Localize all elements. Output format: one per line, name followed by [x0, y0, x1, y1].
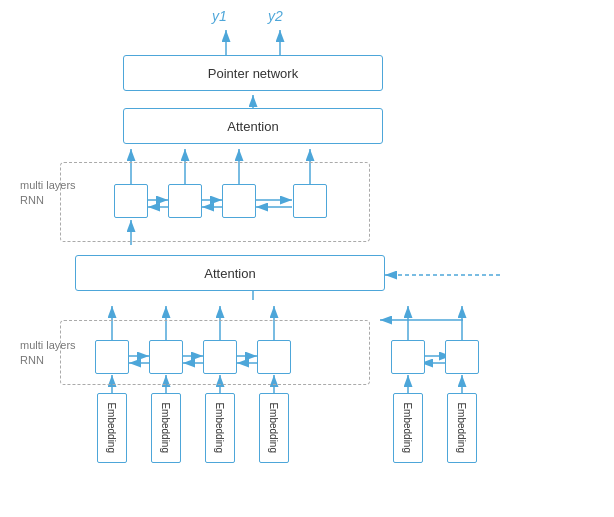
- decoder-box-2: [168, 184, 202, 218]
- architecture-diagram: y1 y2 Pointer network Attention multi la…: [0, 0, 614, 517]
- embedding-2: Embedding: [151, 393, 181, 463]
- decoder-box-3: [222, 184, 256, 218]
- decoder-box-1: [114, 184, 148, 218]
- multi-layers-rnn-top-label: multi layers RNN: [20, 178, 76, 209]
- y2-label: y2: [268, 8, 283, 24]
- encoder-box-3: [203, 340, 237, 374]
- embedding-6: Embedding: [447, 393, 477, 463]
- encoder-box-5: [391, 340, 425, 374]
- y1-label: y1: [212, 8, 227, 24]
- encoder-box-2: [149, 340, 183, 374]
- multi-layers-rnn-bottom-label: multi layers RNN: [20, 338, 76, 369]
- attention-bottom-box: Attention: [75, 255, 385, 291]
- embedding-4: Embedding: [259, 393, 289, 463]
- encoder-box-4: [257, 340, 291, 374]
- embedding-1: Embedding: [97, 393, 127, 463]
- pointer-network-box: Pointer network: [123, 55, 383, 91]
- decoder-box-4: [293, 184, 327, 218]
- embedding-5: Embedding: [393, 393, 423, 463]
- encoder-box-1: [95, 340, 129, 374]
- encoder-box-6: [445, 340, 479, 374]
- embedding-3: Embedding: [205, 393, 235, 463]
- attention-top-box: Attention: [123, 108, 383, 144]
